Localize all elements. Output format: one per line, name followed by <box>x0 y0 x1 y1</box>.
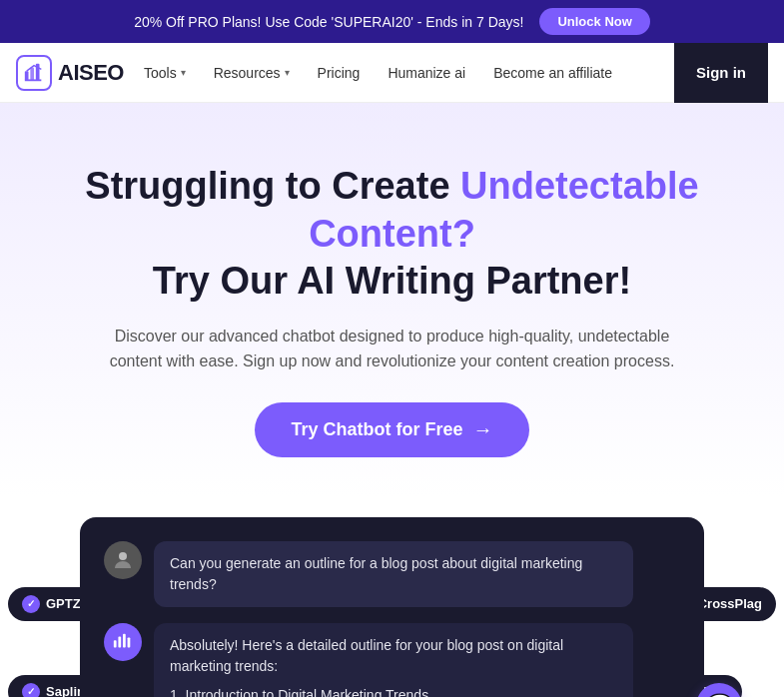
ai-avatar <box>104 623 142 661</box>
navbar: AISEO Tools ▾ Resources ▾ Pricing Humani… <box>0 43 784 103</box>
hero-subtext: Discover our advanced chatbot designed t… <box>103 324 682 374</box>
promo-text: 20% Off PRO Plans! Use Code 'SUPERAI20' … <box>134 14 523 30</box>
chat-demo: Can you generate an outline for a blog p… <box>80 517 704 697</box>
crossplag-label: CrossPlag <box>698 596 762 611</box>
sapling-check-icon: ✓ <box>22 683 40 697</box>
signin-button[interactable]: Sign in <box>674 43 768 103</box>
chat-user-message: Can you generate an outline for a blog p… <box>104 541 680 607</box>
svg-rect-7 <box>123 633 126 647</box>
unlock-button[interactable]: Unlock Now <box>539 8 649 35</box>
hero-heading: Struggling to Create Undetectable Conten… <box>80 163 704 306</box>
promo-banner: 20% Off PRO Plans! Use Code 'SUPERAI20' … <box>0 0 784 43</box>
cta-arrow-icon: → <box>473 418 493 441</box>
nav-tools[interactable]: Tools ▾ <box>132 57 198 89</box>
hero-section: Struggling to Create Undetectable Conten… <box>0 103 784 497</box>
ai-message-line1: Absolutely! Here's a detailed outline fo… <box>170 635 617 677</box>
logo-link[interactable]: AISEO <box>16 55 124 91</box>
hero-heading-plain: Struggling to Create <box>85 165 449 207</box>
svg-rect-8 <box>128 637 131 647</box>
svg-rect-0 <box>25 71 29 80</box>
chat-ai-message: Absolutely! Here's a detailed outline fo… <box>104 623 680 697</box>
cta-label: Try Chatbot for Free <box>291 419 462 440</box>
nav-items: Tools ▾ Resources ▾ Pricing Humanize ai … <box>132 57 674 89</box>
resources-chevron-icon: ▾ <box>285 67 290 78</box>
user-bubble: Can you generate an outline for a blog p… <box>154 541 633 607</box>
ai-list-item1: 1. Introduction to Digital Marketing Tre… <box>170 685 617 697</box>
gptzero-check-icon: ✓ <box>22 595 40 613</box>
nav-resources[interactable]: Resources ▾ <box>202 57 302 89</box>
user-avatar <box>104 541 142 579</box>
nav-pricing[interactable]: Pricing <box>306 57 373 89</box>
cta-button[interactable]: Try Chatbot for Free → <box>255 402 528 457</box>
logo-text: AISEO <box>58 60 124 86</box>
svg-rect-1 <box>30 67 34 80</box>
svg-rect-5 <box>114 640 117 647</box>
nav-affiliate[interactable]: Become an affiliate <box>481 57 624 89</box>
ai-bubble: Absolutely! Here's a detailed outline fo… <box>154 623 633 697</box>
nav-humanize[interactable]: Humanize ai <box>376 57 477 89</box>
logo-icon <box>16 55 52 91</box>
svg-point-4 <box>119 552 127 560</box>
svg-rect-6 <box>118 636 121 647</box>
tools-chevron-icon: ▾ <box>181 67 186 78</box>
hero-heading-end: Try Our AI Writing Partner! <box>153 260 631 302</box>
user-message-text: Can you generate an outline for a blog p… <box>170 555 582 592</box>
chat-demo-wrapper: ✓ GPTZero ✓ Sapling ✓ CrossPlag ✓ ZeroGP… <box>0 497 784 697</box>
